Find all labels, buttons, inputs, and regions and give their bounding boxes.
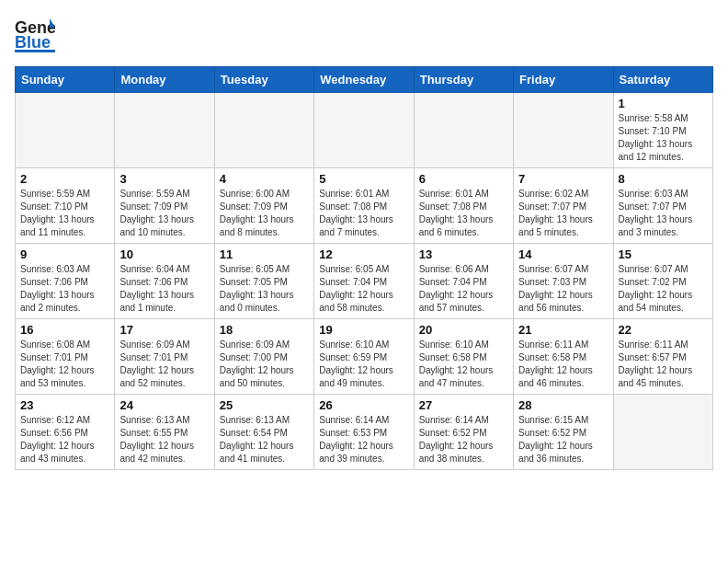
day-number: 24	[119, 398, 209, 412]
logo-icon: General Blue	[15, 15, 55, 59]
calendar-header-row: SundayMondayTuesdayWednesdayThursdayFrid…	[16, 67, 713, 93]
calendar-cell: 1Sunrise: 5:58 AM Sunset: 7:10 PM Daylig…	[613, 93, 712, 168]
calendar-cell: 14Sunrise: 6:07 AM Sunset: 7:03 PM Dayli…	[514, 244, 613, 319]
calendar-cell	[414, 93, 513, 168]
day-number: 20	[419, 323, 508, 337]
calendar-cell: 11Sunrise: 6:05 AM Sunset: 7:05 PM Dayli…	[214, 244, 313, 319]
calendar-cell: 28Sunrise: 6:15 AM Sunset: 6:52 PM Dayli…	[514, 395, 613, 470]
weekday-header-sunday: Sunday	[16, 67, 115, 93]
calendar-cell: 10Sunrise: 6:04 AM Sunset: 7:06 PM Dayli…	[115, 244, 214, 319]
calendar-cell: 19Sunrise: 6:10 AM Sunset: 6:59 PM Dayli…	[314, 319, 414, 395]
calendar-cell: 3Sunrise: 5:59 AM Sunset: 7:09 PM Daylig…	[115, 168, 214, 244]
calendar-cell: 27Sunrise: 6:14 AM Sunset: 6:52 PM Dayli…	[414, 395, 513, 470]
calendar-week-row: 23Sunrise: 6:12 AM Sunset: 6:56 PM Dayli…	[16, 395, 713, 470]
calendar-week-row: 1Sunrise: 5:58 AM Sunset: 7:10 PM Daylig…	[16, 93, 713, 168]
calendar-cell: 25Sunrise: 6:13 AM Sunset: 6:54 PM Dayli…	[214, 395, 313, 470]
day-info: Sunrise: 6:11 AM Sunset: 6:58 PM Dayligh…	[518, 339, 608, 390]
weekday-header-saturday: Saturday	[613, 67, 712, 93]
calendar-cell: 8Sunrise: 6:03 AM Sunset: 7:07 PM Daylig…	[613, 168, 712, 244]
calendar-cell: 26Sunrise: 6:14 AM Sunset: 6:53 PM Dayli…	[314, 395, 414, 470]
day-info: Sunrise: 6:06 AM Sunset: 7:04 PM Dayligh…	[419, 263, 508, 315]
day-info: Sunrise: 6:02 AM Sunset: 7:07 PM Dayligh…	[518, 188, 608, 239]
day-number: 14	[518, 247, 608, 261]
day-number: 28	[518, 398, 608, 412]
weekday-header-tuesday: Tuesday	[214, 67, 313, 93]
calendar-week-row: 9Sunrise: 6:03 AM Sunset: 7:06 PM Daylig…	[16, 244, 713, 319]
calendar-cell: 22Sunrise: 6:11 AM Sunset: 6:57 PM Dayli…	[613, 319, 712, 395]
day-info: Sunrise: 6:01 AM Sunset: 7:08 PM Dayligh…	[419, 188, 508, 239]
day-number: 12	[319, 247, 408, 261]
calendar-cell: 16Sunrise: 6:08 AM Sunset: 7:01 PM Dayli…	[16, 319, 115, 395]
day-number: 25	[220, 398, 309, 412]
day-info: Sunrise: 6:14 AM Sunset: 6:53 PM Dayligh…	[319, 414, 408, 465]
day-info: Sunrise: 6:05 AM Sunset: 7:05 PM Dayligh…	[220, 263, 309, 315]
day-info: Sunrise: 6:10 AM Sunset: 6:59 PM Dayligh…	[319, 339, 408, 390]
day-number: 21	[518, 323, 608, 337]
day-info: Sunrise: 6:09 AM Sunset: 7:01 PM Dayligh…	[119, 339, 209, 390]
calendar-cell	[16, 93, 115, 168]
day-number: 19	[319, 323, 408, 337]
calendar-table: SundayMondayTuesdayWednesdayThursdayFrid…	[15, 66, 713, 470]
day-number: 16	[20, 323, 109, 337]
day-info: Sunrise: 6:10 AM Sunset: 6:58 PM Dayligh…	[419, 339, 508, 390]
day-info: Sunrise: 6:04 AM Sunset: 7:06 PM Dayligh…	[119, 263, 209, 315]
day-info: Sunrise: 5:59 AM Sunset: 7:09 PM Dayligh…	[119, 188, 209, 239]
day-info: Sunrise: 6:09 AM Sunset: 7:00 PM Dayligh…	[220, 339, 309, 390]
day-number: 10	[119, 247, 209, 261]
calendar-cell: 18Sunrise: 6:09 AM Sunset: 7:00 PM Dayli…	[214, 319, 313, 395]
calendar-cell: 6Sunrise: 6:01 AM Sunset: 7:08 PM Daylig…	[414, 168, 513, 244]
day-info: Sunrise: 6:08 AM Sunset: 7:01 PM Dayligh…	[20, 339, 109, 390]
day-info: Sunrise: 6:01 AM Sunset: 7:08 PM Dayligh…	[319, 188, 408, 239]
day-number: 26	[319, 398, 408, 412]
day-info: Sunrise: 6:11 AM Sunset: 6:57 PM Dayligh…	[619, 339, 708, 390]
day-info: Sunrise: 5:58 AM Sunset: 7:10 PM Dayligh…	[619, 112, 708, 164]
day-number: 22	[619, 323, 708, 337]
calendar-cell: 23Sunrise: 6:12 AM Sunset: 6:56 PM Dayli…	[16, 395, 115, 470]
page-header: General Blue	[15, 15, 713, 59]
calendar-cell: 20Sunrise: 6:10 AM Sunset: 6:58 PM Dayli…	[414, 319, 513, 395]
calendar-cell: 12Sunrise: 6:05 AM Sunset: 7:04 PM Dayli…	[314, 244, 414, 319]
calendar-cell: 21Sunrise: 6:11 AM Sunset: 6:58 PM Dayli…	[514, 319, 613, 395]
day-number: 1	[619, 97, 708, 110]
calendar-cell: 4Sunrise: 6:00 AM Sunset: 7:09 PM Daylig…	[214, 168, 313, 244]
day-number: 4	[220, 172, 309, 186]
day-number: 27	[419, 398, 508, 412]
weekday-header-wednesday: Wednesday	[314, 67, 414, 93]
day-number: 2	[20, 172, 109, 186]
day-info: Sunrise: 6:14 AM Sunset: 6:52 PM Dayligh…	[419, 414, 508, 465]
day-info: Sunrise: 6:07 AM Sunset: 7:02 PM Dayligh…	[619, 263, 708, 315]
day-info: Sunrise: 5:59 AM Sunset: 7:10 PM Dayligh…	[20, 188, 109, 239]
day-number: 11	[220, 247, 309, 261]
day-number: 18	[220, 323, 309, 337]
calendar-cell: 9Sunrise: 6:03 AM Sunset: 7:06 PM Daylig…	[16, 244, 115, 319]
day-number: 17	[119, 323, 209, 337]
day-info: Sunrise: 6:13 AM Sunset: 6:54 PM Dayligh…	[220, 414, 309, 465]
weekday-header-friday: Friday	[514, 67, 613, 93]
day-info: Sunrise: 6:00 AM Sunset: 7:09 PM Dayligh…	[220, 188, 309, 239]
calendar-cell	[115, 93, 214, 168]
calendar-cell: 24Sunrise: 6:13 AM Sunset: 6:55 PM Dayli…	[115, 395, 214, 470]
svg-text:Blue: Blue	[15, 33, 51, 52]
calendar-cell: 5Sunrise: 6:01 AM Sunset: 7:08 PM Daylig…	[314, 168, 414, 244]
calendar-cell: 2Sunrise: 5:59 AM Sunset: 7:10 PM Daylig…	[16, 168, 115, 244]
day-info: Sunrise: 6:05 AM Sunset: 7:04 PM Dayligh…	[319, 263, 408, 315]
day-number: 23	[20, 398, 109, 412]
weekday-header-monday: Monday	[115, 67, 214, 93]
day-number: 6	[419, 172, 508, 186]
calendar-cell	[514, 93, 613, 168]
calendar-week-row: 16Sunrise: 6:08 AM Sunset: 7:01 PM Dayli…	[16, 319, 713, 395]
calendar-cell	[214, 93, 313, 168]
calendar-cell: 13Sunrise: 6:06 AM Sunset: 7:04 PM Dayli…	[414, 244, 513, 319]
day-number: 8	[619, 172, 708, 186]
calendar-cell: 17Sunrise: 6:09 AM Sunset: 7:01 PM Dayli…	[115, 319, 214, 395]
svg-rect-3	[15, 50, 55, 52]
day-number: 3	[119, 172, 209, 186]
logo: General Blue	[15, 15, 55, 59]
day-number: 7	[518, 172, 608, 186]
calendar-week-row: 2Sunrise: 5:59 AM Sunset: 7:10 PM Daylig…	[16, 168, 713, 244]
calendar-cell	[613, 395, 712, 470]
day-info: Sunrise: 6:13 AM Sunset: 6:55 PM Dayligh…	[119, 414, 209, 465]
day-number: 9	[20, 247, 109, 261]
day-number: 15	[619, 247, 708, 261]
calendar-cell	[314, 93, 414, 168]
